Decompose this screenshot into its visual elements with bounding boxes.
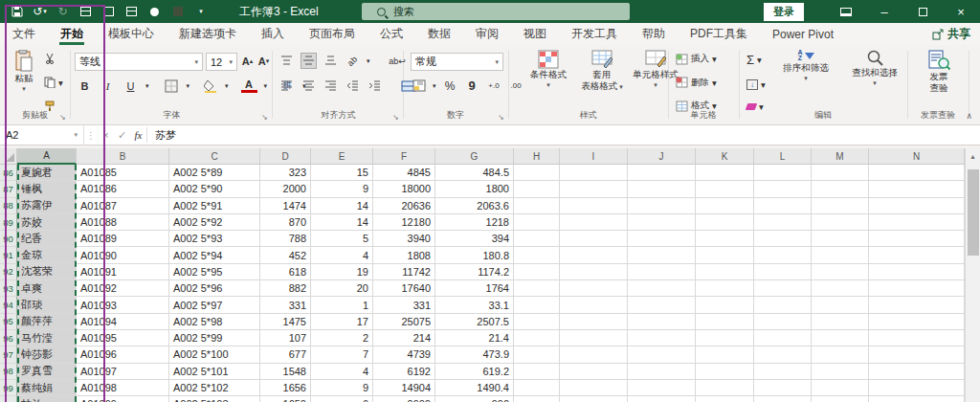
cell-H88[interactable] xyxy=(514,198,560,214)
row-header-94[interactable]: 94 xyxy=(0,297,17,313)
cell-N88[interactable] xyxy=(869,198,965,214)
cell-D95[interactable]: 1475 xyxy=(260,314,311,330)
cell-J88[interactable] xyxy=(628,198,696,214)
row-header-90[interactable]: 90 xyxy=(0,231,17,247)
cell-G86[interactable]: 484.5 xyxy=(435,165,514,181)
cell-E88[interactable]: 14 xyxy=(311,198,373,214)
column-header-A[interactable]: A xyxy=(17,148,77,165)
cell-I93[interactable] xyxy=(560,280,628,297)
cell-L87[interactable] xyxy=(754,181,812,197)
cell-K97[interactable] xyxy=(696,346,754,363)
print-preview-icon[interactable] xyxy=(101,5,116,19)
cell-L97[interactable] xyxy=(754,346,812,363)
cell-L91[interactable] xyxy=(754,247,812,263)
cell-D99[interactable]: 1656 xyxy=(260,380,311,396)
cell-B93[interactable]: A01092 xyxy=(77,280,169,297)
cell-M90[interactable] xyxy=(812,231,869,247)
cell-L100[interactable] xyxy=(754,396,812,402)
cell-N92[interactable] xyxy=(869,264,965,280)
cell-J100[interactable] xyxy=(628,396,696,402)
row-header-97[interactable]: 97 xyxy=(0,346,17,363)
cell-C89[interactable]: A002 5*92 xyxy=(169,214,260,231)
cell-E90[interactable]: 5 xyxy=(311,231,373,247)
cell-N99[interactable] xyxy=(869,380,965,396)
close-button[interactable]: × xyxy=(942,0,980,23)
minimize-button[interactable]: – xyxy=(865,0,903,23)
pen-icon[interactable] xyxy=(170,5,185,19)
cell-D88[interactable]: 1474 xyxy=(260,198,311,214)
accounting-dropdown[interactable]: ▾ xyxy=(433,82,436,90)
cell-L89[interactable] xyxy=(754,214,812,231)
cell-M97[interactable] xyxy=(812,346,869,363)
cell-F91[interactable]: 1808 xyxy=(373,247,435,263)
search-input[interactable]: 搜索 xyxy=(362,3,630,20)
cell-G92[interactable]: 1174.2 xyxy=(435,264,514,280)
cell-E93[interactable]: 20 xyxy=(311,280,373,297)
paste-button[interactable]: 粘贴 ▾ xyxy=(8,50,40,93)
column-header-E[interactable]: E xyxy=(311,148,373,165)
cell-F97[interactable]: 4739 xyxy=(373,346,435,363)
row-header-93[interactable]: 93 xyxy=(0,280,17,297)
cell-B88[interactable]: A01087 xyxy=(77,198,169,214)
cell-D94[interactable]: 331 xyxy=(260,297,311,313)
cell-H94[interactable] xyxy=(514,297,560,313)
cell-I92[interactable] xyxy=(560,264,628,280)
decrease-font-button[interactable]: A▾ xyxy=(256,53,272,69)
tab-插入[interactable]: 插入 xyxy=(249,23,297,45)
cell-J93[interactable] xyxy=(628,280,696,297)
cell-J99[interactable] xyxy=(628,380,696,396)
tab-数据[interactable]: 数据 xyxy=(415,23,463,45)
document-icon[interactable] xyxy=(124,5,139,19)
cell-C100[interactable]: A002 5*103 xyxy=(169,396,260,402)
cell-G87[interactable]: 1800 xyxy=(435,181,514,197)
row-header-86[interactable]: 86 xyxy=(0,165,17,181)
autosum-button[interactable]: Σ▾ xyxy=(746,53,766,67)
cell-M93[interactable] xyxy=(812,280,869,297)
cell-D93[interactable]: 882 xyxy=(260,280,311,297)
cell-C86[interactable]: A002 5*89 xyxy=(169,165,260,181)
alignment-dialog-launcher[interactable]: ↘ xyxy=(392,113,399,122)
cell-H86[interactable] xyxy=(514,165,560,181)
row-header-96[interactable]: 96 xyxy=(0,330,17,346)
customize-toolbar-button[interactable]: ▾ xyxy=(193,5,208,19)
cell-K91[interactable] xyxy=(696,247,754,263)
cell-M86[interactable] xyxy=(812,165,869,181)
cell-G88[interactable]: 2063.6 xyxy=(435,198,514,214)
cut-button[interactable] xyxy=(44,53,63,64)
cell-N94[interactable] xyxy=(869,297,965,313)
insert-cells-button[interactable]: 插入▾ xyxy=(676,53,735,65)
find-select-button[interactable]: 查找和选择 ▾ xyxy=(844,50,905,87)
column-header-B[interactable]: B xyxy=(77,148,169,165)
cell-C97[interactable]: A002 5*100 xyxy=(169,346,260,363)
align-right-button[interactable] xyxy=(323,78,339,94)
cell-C98[interactable]: A002 5*101 xyxy=(169,364,260,380)
cell-M91[interactable] xyxy=(812,247,869,263)
cell-I90[interactable] xyxy=(560,231,628,247)
cell-A95[interactable]: 颜萍萍 xyxy=(17,314,77,330)
cell-J91[interactable] xyxy=(628,247,696,263)
cell-M100[interactable] xyxy=(812,396,869,402)
row-header-98[interactable]: 98 xyxy=(0,364,17,380)
font-size-select[interactable]: 12▾ xyxy=(206,53,237,71)
cell-K98[interactable] xyxy=(696,364,754,380)
fill-color-button[interactable] xyxy=(202,78,218,94)
cell-F95[interactable]: 25075 xyxy=(373,314,435,330)
cell-K94[interactable] xyxy=(696,297,754,313)
cell-B98[interactable]: A01097 xyxy=(77,364,169,380)
cell-A87[interactable]: 锤枫 xyxy=(17,181,77,197)
borders-dropdown[interactable]: ▾ xyxy=(187,82,190,90)
cell-B86[interactable]: A01085 xyxy=(77,165,169,181)
column-header-C[interactable]: C xyxy=(169,148,260,165)
cell-A88[interactable]: 苏露伊 xyxy=(17,198,77,214)
bold-button[interactable]: B xyxy=(77,78,93,94)
cell-B89[interactable]: A01088 xyxy=(77,214,169,231)
share-button[interactable]: 共享 xyxy=(932,23,970,45)
redo-button[interactable]: ↻ xyxy=(56,5,70,19)
cell-L98[interactable] xyxy=(754,364,812,380)
cell-N86[interactable] xyxy=(869,165,965,181)
decrease-indent-button[interactable] xyxy=(345,78,361,94)
tab-开始[interactable]: 开始 xyxy=(48,23,96,45)
align-bottom-button[interactable] xyxy=(323,53,339,69)
ribbon-display-options-button[interactable] xyxy=(827,0,865,23)
cell-I95[interactable] xyxy=(560,314,628,330)
